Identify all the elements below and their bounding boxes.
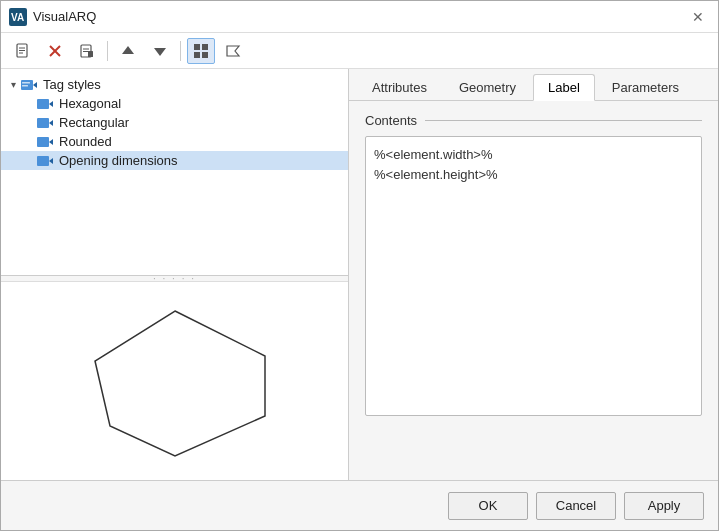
tree-opening-icon: [37, 154, 55, 168]
svg-rect-16: [194, 52, 200, 58]
tab-geometry[interactable]: Geometry: [444, 74, 531, 101]
right-panel: Attributes Geometry Label Parameters Con…: [349, 69, 718, 480]
tree-item-rectangular[interactable]: Rectangular: [1, 113, 348, 132]
tree-item-opening-dimensions[interactable]: Opening dimensions: [1, 151, 348, 170]
tree-rounded-icon: [37, 135, 55, 149]
new-button[interactable]: [9, 38, 37, 64]
delete-button[interactable]: [41, 38, 69, 64]
toolbar: [1, 33, 718, 69]
tree-root-label: Tag styles: [43, 77, 101, 92]
left-panel: ▾ Tag styles: [1, 69, 349, 480]
cancel-button[interactable]: Cancel: [536, 492, 616, 520]
arrow-down-icon: [153, 44, 167, 58]
svg-marker-25: [49, 120, 53, 126]
view2-button[interactable]: [219, 38, 247, 64]
title-bar-left: VA VisualARQ: [9, 8, 96, 26]
app-title: VisualARQ: [33, 9, 96, 24]
contents-section: Contents %<element.width>% %<element.hei…: [365, 113, 702, 416]
tree-root: ▾ Tag styles: [1, 73, 348, 172]
svg-marker-23: [49, 101, 53, 107]
main-window: VA VisualARQ ✕: [0, 0, 719, 531]
svg-rect-26: [37, 137, 49, 147]
svg-rect-28: [37, 156, 49, 166]
svg-marker-12: [122, 46, 134, 54]
toolbar-separator-2: [180, 41, 181, 61]
view1-button[interactable]: [187, 38, 215, 64]
edit-icon: [79, 43, 95, 59]
svg-rect-20: [22, 82, 30, 84]
footer: OK Cancel Apply: [1, 480, 718, 530]
tabs-bar: Attributes Geometry Label Parameters: [349, 69, 718, 101]
contents-textarea[interactable]: %<element.width>% %<element.height>%: [365, 136, 702, 416]
svg-marker-13: [154, 48, 166, 56]
move-down-button[interactable]: [146, 38, 174, 64]
tree-opening-label: Opening dimensions: [59, 153, 178, 168]
close-button[interactable]: ✕: [686, 7, 710, 27]
arrow-up-icon: [121, 44, 135, 58]
tree-root-icon: [21, 78, 39, 92]
main-content: ▾ Tag styles: [1, 69, 718, 480]
view2-icon: [225, 43, 241, 59]
svg-rect-24: [37, 118, 49, 128]
svg-marker-30: [95, 311, 265, 456]
svg-marker-27: [49, 139, 53, 145]
hexagon-preview: [55, 282, 295, 480]
tree-hexagonal-label: Hexagonal: [59, 96, 121, 111]
tab-parameters[interactable]: Parameters: [597, 74, 694, 101]
title-bar: VA VisualARQ ✕: [1, 1, 718, 33]
ok-button[interactable]: OK: [448, 492, 528, 520]
svg-rect-22: [37, 99, 49, 109]
tab-attributes[interactable]: Attributes: [357, 74, 442, 101]
tree-hexagonal-icon: [37, 97, 55, 111]
new-icon: [15, 43, 31, 59]
toolbar-separator-1: [107, 41, 108, 61]
svg-rect-21: [22, 85, 28, 87]
tree-expand-icon: ▾: [5, 79, 21, 90]
delete-icon: [47, 43, 63, 59]
tab-label[interactable]: Label: [533, 74, 595, 101]
svg-rect-15: [202, 44, 208, 50]
svg-rect-17: [202, 52, 208, 58]
tree-rectangular-label: Rectangular: [59, 115, 129, 130]
app-logo-icon: VA: [9, 8, 27, 26]
svg-marker-29: [49, 158, 53, 164]
tree-rectangular-icon: [37, 116, 55, 130]
svg-rect-11: [88, 51, 93, 57]
contents-label: Contents: [365, 113, 702, 128]
svg-text:VA: VA: [11, 12, 24, 23]
tree-rounded-label: Rounded: [59, 134, 112, 149]
apply-button[interactable]: Apply: [624, 492, 704, 520]
view1-icon: [193, 43, 209, 59]
tree-item-root[interactable]: ▾ Tag styles: [1, 75, 348, 94]
tree-item-hexagonal[interactable]: Hexagonal: [1, 94, 348, 113]
svg-rect-14: [194, 44, 200, 50]
svg-marker-19: [33, 82, 37, 88]
panel-content: Contents %<element.width>% %<element.hei…: [349, 101, 718, 480]
tree-area[interactable]: ▾ Tag styles: [1, 69, 348, 276]
edit-button[interactable]: [73, 38, 101, 64]
preview-area: [1, 282, 348, 480]
move-up-button[interactable]: [114, 38, 142, 64]
tree-item-rounded[interactable]: Rounded: [1, 132, 348, 151]
